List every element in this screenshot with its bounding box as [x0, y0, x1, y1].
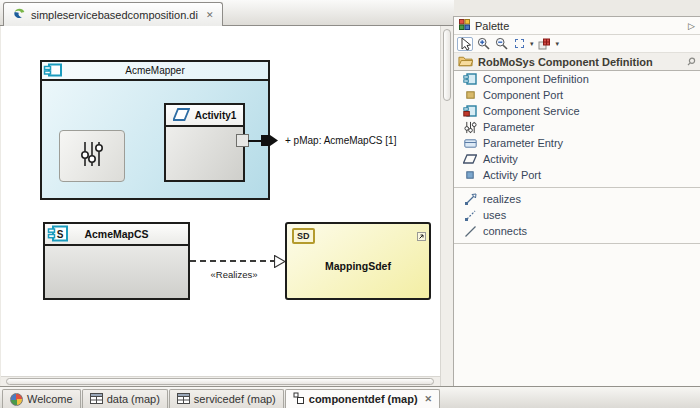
tab-componentdef-map[interactable]: componentdef (map) ✕ [285, 389, 440, 408]
palette-toolbar: ▾ ▾ [454, 35, 700, 53]
palette-separator [454, 243, 700, 244]
palette-item-label: Activity Port [483, 169, 541, 181]
palette-item-parameter[interactable]: Parameter [454, 119, 700, 135]
chevron-down-icon[interactable]: ▾ [530, 40, 534, 48]
palette-item-label: Parameter [483, 121, 534, 133]
acme-mapper-header: AcmeMapper [42, 62, 268, 81]
palette-item-label: realizes [483, 193, 521, 205]
table-map-icon [90, 393, 103, 406]
parameter-entry-icon [463, 139, 477, 148]
sliders-icon [79, 139, 105, 173]
vertical-scrollbar-thumb[interactable] [443, 29, 451, 101]
mapping-sdef-node[interactable]: SD MappingSdef [285, 222, 431, 300]
service-component-icon: S [47, 225, 68, 244]
componentdef-icon [293, 392, 305, 406]
zoom-out-tool[interactable] [493, 37, 509, 51]
sd-badge: SD [292, 228, 315, 244]
port-label: + pMap: AcmeMapCS [1] [285, 135, 396, 146]
palette-item-component-port[interactable]: Component Port [454, 87, 700, 103]
connects-icon [463, 225, 477, 238]
activity-icon [173, 108, 190, 123]
diagram-canvas[interactable]: AcmeMapper [1, 26, 440, 376]
tab-label: Welcome [27, 393, 73, 405]
palette-panel: Palette ▷ [453, 16, 700, 386]
acme-map-cs-header: S AcmeMapCS [45, 224, 188, 246]
application-window: simpleservicebasedcomposition.di ✕ AcmeM… [0, 0, 700, 408]
tab-welcome[interactable]: Welcome [2, 389, 81, 408]
component-definition-icon [463, 73, 477, 85]
component-service-icon [463, 105, 477, 117]
editor-tab-bar: simpleservicebasedcomposition.di ✕ [0, 0, 454, 26]
tab-servicedef-map[interactable]: servicedef (map) [169, 389, 284, 408]
activity-port-icon [463, 171, 477, 179]
activity-icon [463, 154, 477, 164]
palette-item-realizes[interactable]: realizes [454, 191, 700, 207]
realizes-edge[interactable] [190, 260, 276, 262]
palette-item-activity[interactable]: Activity [454, 151, 700, 167]
chevron-down-icon[interactable]: ▾ [556, 40, 560, 48]
close-icon[interactable]: ✕ [425, 394, 433, 404]
select-tool[interactable] [457, 37, 473, 51]
component-icon [43, 63, 63, 79]
palette-item-uses[interactable]: uses [454, 207, 700, 223]
palette-item-component-service[interactable]: Component Service [454, 103, 700, 119]
tab-label: data (map) [107, 393, 160, 405]
palette-item-label: Activity [483, 153, 518, 165]
realizes-icon [463, 193, 477, 206]
activity1-title: Activity1 [195, 110, 237, 121]
parameter-slot[interactable] [59, 130, 125, 182]
note-attachment-tool[interactable] [537, 37, 553, 51]
port-arrow-icon[interactable] [261, 132, 279, 153]
close-icon[interactable]: ✕ [206, 10, 214, 20]
marquee-selection-tool[interactable] [511, 37, 527, 51]
palette-separator [454, 187, 700, 188]
palette-item-label: connects [483, 225, 527, 237]
palette-item-label: Parameter Entry [483, 137, 563, 149]
vertical-scrollbar[interactable] [440, 26, 453, 386]
palette-item-parameter-entry[interactable]: Parameter Entry [454, 135, 700, 151]
palette-item-connects[interactable]: connects [454, 223, 700, 239]
component-port-icon [463, 91, 477, 99]
activity1-node[interactable]: Activity1 [164, 103, 245, 182]
acme-map-cs-component[interactable]: S AcmeMapCS [43, 222, 190, 300]
papyrus-file-icon [13, 7, 26, 22]
table-map-icon [177, 393, 190, 406]
acme-mapper-component[interactable]: AcmeMapper [40, 60, 270, 200]
palette-header[interactable]: Palette ▷ [454, 17, 700, 35]
activity1-header: Activity1 [166, 105, 243, 127]
horizontal-scrollbar[interactable] [1, 376, 440, 386]
welcome-icon [10, 393, 23, 406]
palette-title: Palette [475, 20, 509, 32]
tab-label: componentdef (map) [309, 393, 418, 405]
svg-text:S: S [57, 229, 64, 240]
pin-icon[interactable] [687, 56, 696, 68]
realizes-edge-label: «Realizes» [190, 269, 278, 280]
uses-icon [463, 209, 477, 222]
zoom-in-tool[interactable] [475, 37, 491, 51]
navigate-arrow-icon[interactable] [417, 227, 426, 245]
acme-mapper-title: AcmeMapper [125, 65, 184, 76]
palette-icon [459, 19, 470, 32]
parameter-icon [463, 121, 477, 134]
palette-item-label: uses [483, 209, 506, 221]
marquee-icon [515, 39, 524, 48]
folder-open-icon [458, 55, 473, 69]
horizontal-scrollbar-thumb[interactable] [6, 378, 434, 385]
editor-tab-simpleservicebasedcomposition[interactable]: simpleservicebasedcomposition.di ✕ [3, 2, 223, 26]
palette-item-component-definition[interactable]: Component Definition [454, 71, 700, 87]
tab-label: servicedef (map) [194, 393, 276, 405]
bottom-tab-bar: Welcome data (map) [0, 386, 700, 408]
palette-item-label: Component Port [483, 89, 563, 101]
palette-item-activity-port[interactable]: Activity Port [454, 167, 700, 183]
mapping-sdef-title: MappingSdef [287, 260, 429, 272]
palette-section-title: RobMoSys Component Definition [478, 56, 653, 68]
palette-item-label: Component Definition [483, 73, 589, 85]
editor-tab-label: simpleservicebasedcomposition.di [31, 9, 198, 21]
palette-section-robmosys[interactable]: RobMoSys Component Definition [454, 53, 700, 71]
tab-data-map[interactable]: data (map) [82, 389, 168, 408]
palette-item-label: Component Service [483, 105, 580, 117]
acme-map-cs-title: AcmeMapCS [84, 228, 148, 240]
palette-collapse-icon[interactable]: ▷ [688, 21, 695, 31]
